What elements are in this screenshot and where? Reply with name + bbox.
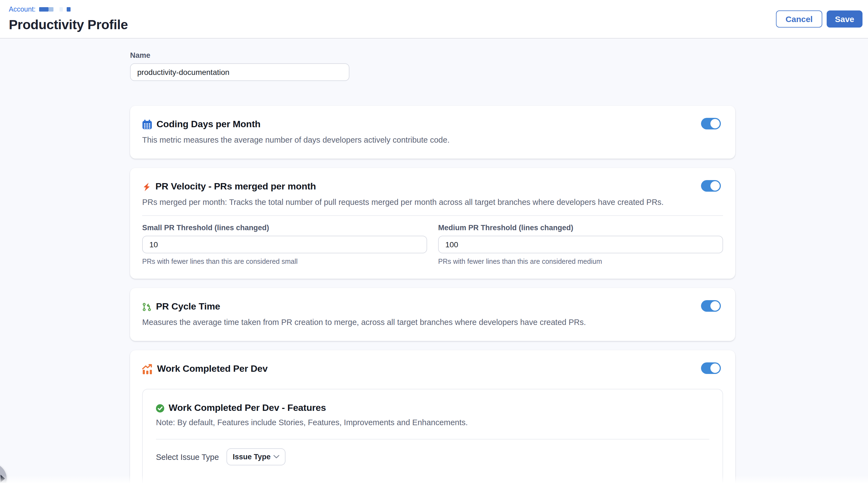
card-pr-cycle-time: PR Cycle Time Measures the average time … [130,288,735,341]
top-bar: Account: Productivity Profile Cancel Sav… [0,0,868,38]
card-title: PR Cycle Time [156,301,220,312]
card-pr-velocity: PR Velocity - PRs merged per month PRs m… [130,168,735,279]
calendar-icon [142,120,152,129]
divider [156,439,709,440]
small-pr-threshold-field: Small PR Threshold (lines changed) PRs w… [142,224,427,265]
header-actions: Cancel Save [776,10,863,38]
name-label: Name [130,51,735,60]
work-completed-toggle[interactable] [701,362,721,374]
page-title: Productivity Profile [9,17,128,32]
subcard-title: Work Completed Per Dev - Features [168,402,326,414]
pr-velocity-toggle[interactable] [701,180,721,192]
card-title: PR Velocity - PRs merged per month [155,181,316,192]
content-area: Name [0,38,868,483]
account-label: Account: [9,5,35,13]
issue-type-dropdown[interactable]: Issue Type [226,448,285,465]
issue-type-row: Select Issue Type Issue Type [156,448,709,465]
cancel-button[interactable]: Cancel [776,10,822,28]
check-circle-icon [156,404,164,412]
medium-pr-threshold-helper: PRs with fewer lines than this are consi… [438,258,723,265]
sidebar-expand-button[interactable] [0,463,7,483]
medium-pr-threshold-input[interactable] [438,236,723,253]
card-title: Work Completed Per Dev [157,363,268,375]
divider [142,215,723,216]
toggle-knob [710,181,720,191]
subcard-note: Note: By default, Features include Stori… [156,418,709,427]
toggle-knob [710,119,720,128]
lightning-icon [142,182,151,191]
toggle-knob [710,363,720,373]
select-issue-type-label: Select Issue Type [156,452,219,461]
medium-pr-threshold-field: Medium PR Threshold (lines changed) PRs … [438,224,723,265]
card-description: This metric measures the average number … [142,134,723,146]
trend-chart-icon [142,364,153,374]
issue-type-dropdown-value: Issue Type [232,453,271,461]
card-work-completed-per-dev: Work Completed Per Dev Work Completed Pe… [130,350,735,483]
account-line: Account: [9,5,128,13]
redacted-account-text [66,7,70,11]
redacted-account-text [59,7,63,11]
small-pr-threshold-helper: PRs with fewer lines than this are consi… [142,258,427,265]
redacted-account-text [48,7,53,11]
threshold-fields: Small PR Threshold (lines changed) PRs w… [142,224,723,265]
arrow-right-icon [1,475,5,482]
redacted-account-text [39,7,48,11]
medium-pr-threshold-label: Medium PR Threshold (lines changed) [438,224,723,232]
toggle-knob [710,301,720,311]
card-description: Measures the average time taken from PR … [142,317,723,328]
work-completed-features-subcard: Work Completed Per Dev - Features Note: … [142,389,723,483]
small-pr-threshold-label: Small PR Threshold (lines changed) [142,224,427,232]
card-title: Coding Days per Month [156,119,260,130]
card-description: PRs merged per month: Tracks the total n… [142,197,723,207]
pr-cycle-time-toggle[interactable] [701,300,721,312]
header-left: Account: Productivity Profile [9,5,128,38]
app-root: Account: Productivity Profile Cancel Sav… [0,0,868,483]
chevron-down-icon [273,455,279,459]
save-button[interactable]: Save [827,10,863,28]
small-pr-threshold-input[interactable] [142,236,427,253]
name-input[interactable] [130,63,349,81]
git-pull-request-icon [142,302,152,312]
coding-days-toggle[interactable] [701,118,721,129]
card-coding-days: Coding Days per Month This metric measur… [130,106,735,159]
